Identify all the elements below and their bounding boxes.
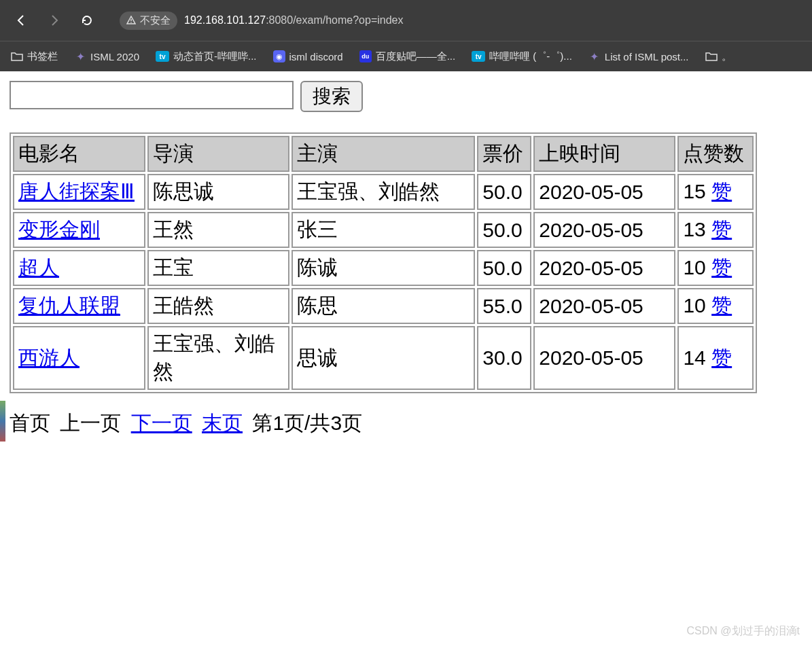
forward-button[interactable] [41, 10, 68, 31]
baidu-icon: du [359, 50, 372, 62]
movie-link[interactable]: 唐人街探案Ⅲ [18, 180, 135, 202]
bookmark-label: List of ISML post... [605, 51, 689, 62]
warning-icon [126, 16, 136, 25]
folder-icon [11, 50, 23, 62]
like-link[interactable]: 赞 [711, 294, 732, 317]
discord-icon: ◉ [273, 50, 285, 62]
pagination: 首页 上一页 下一页 末页 第1页/共3页 [10, 406, 802, 442]
cell-date: 2020-05-05 [533, 212, 675, 248]
bookmark-label: isml discord [289, 51, 343, 62]
cell-actor: 思诚 [292, 326, 476, 390]
bookmark-item[interactable]: du百度贴吧——全... [359, 50, 456, 63]
search-row: 搜索 [10, 81, 802, 112]
bookmark-label: 动态首页-哔哩哔... [173, 50, 257, 63]
cell-price: 55.0 [477, 288, 531, 324]
cell-director: 王皓然 [147, 288, 289, 324]
cell-name: 西游人 [13, 326, 145, 390]
th-date: 上映时间 [533, 136, 675, 172]
cell-director: 王宝 [147, 250, 289, 286]
cell-date: 2020-05-05 [533, 288, 675, 324]
movie-link[interactable]: 超人 [18, 256, 59, 278]
th-actor: 主演 [292, 136, 476, 172]
side-gutter [0, 401, 5, 442]
star-icon: ✦ [588, 50, 601, 62]
cell-name: 超人 [13, 250, 145, 286]
folder-icon [705, 50, 718, 62]
insecure-badge: 不安全 [120, 12, 177, 30]
cell-name: 唐人街探案Ⅲ [13, 174, 145, 210]
cell-actor: 陈思 [292, 288, 476, 324]
bookmark-label: 百度贴吧——全... [376, 50, 456, 63]
prev-page: 上一页 [60, 412, 121, 434]
bookmark-item[interactable]: tv动态首页-哔哩哔... [156, 50, 257, 63]
cell-price: 50.0 [477, 250, 531, 286]
cell-date: 2020-05-05 [533, 326, 675, 390]
bookmark-label: 哔哩哔哩 (゜-゜)... [489, 50, 572, 63]
th-likes: 点赞数 [677, 136, 754, 172]
page-content: 搜索 电影名 导演 主演 票价 上映时间 点赞数 唐人街探案Ⅲ陈思诚王宝强、刘皓… [0, 71, 812, 451]
cell-director: 王然 [147, 212, 289, 248]
th-price: 票价 [477, 136, 531, 172]
like-link[interactable]: 赞 [711, 346, 732, 369]
table-row: 超人王宝陈诚50.02020-05-0510 赞 [13, 250, 754, 286]
bookmark-label: ISML 2020 [90, 51, 139, 62]
bilibili-icon: tv [472, 51, 485, 62]
cell-likes: 10 赞 [677, 288, 754, 324]
cell-actor: 王宝强、刘皓然 [292, 174, 476, 210]
url-text: 192.168.101.127:8080/exam/home?op=index [184, 14, 404, 26]
table-row: 唐人街探案Ⅲ陈思诚王宝强、刘皓然50.02020-05-0515 赞 [13, 174, 754, 210]
first-page: 首页 [10, 412, 50, 434]
cell-price: 30.0 [477, 326, 531, 390]
cell-likes: 15 赞 [677, 174, 754, 210]
search-button[interactable]: 搜索 [300, 81, 363, 112]
bookmark-bar: 书签栏✦ISML 2020tv动态首页-哔哩哔...◉isml discordd… [0, 41, 812, 71]
cell-likes: 14 赞 [677, 326, 754, 390]
movie-link[interactable]: 西游人 [18, 346, 80, 369]
bookmark-item[interactable]: ◉isml discord [273, 50, 343, 62]
address-bar[interactable]: 不安全 192.168.101.127:8080/exam/home?op=in… [120, 12, 404, 30]
table-row: 西游人王宝强、刘皓然思诚30.02020-05-0514 赞 [13, 326, 754, 390]
bookmark-item[interactable]: 书签栏 [11, 50, 58, 63]
table-row: 复仇人联盟王皓然陈思55.02020-05-0510 赞 [13, 288, 754, 324]
svg-point-1 [130, 22, 132, 23]
page-status: 第1页/共3页 [252, 412, 362, 434]
bookmark-item[interactable]: tv哔哩哔哩 (゜-゜)... [472, 50, 572, 63]
bookmark-item[interactable]: ✦ISML 2020 [74, 50, 139, 62]
reload-button[interactable] [73, 10, 101, 31]
cell-name: 复仇人联盟 [13, 288, 145, 324]
cell-date: 2020-05-05 [533, 250, 675, 286]
cell-actor: 张三 [292, 212, 476, 248]
cell-actor: 陈诚 [292, 250, 476, 286]
like-link[interactable]: 赞 [711, 180, 732, 202]
cell-price: 50.0 [477, 212, 531, 248]
table-header-row: 电影名 导演 主演 票价 上映时间 点赞数 [13, 136, 754, 172]
last-page-link[interactable]: 末页 [202, 412, 243, 434]
bilibili-icon: tv [156, 51, 169, 62]
th-name: 电影名 [13, 136, 145, 172]
cell-likes: 13 赞 [677, 212, 754, 248]
cell-director: 陈思诚 [147, 174, 289, 210]
like-link[interactable]: 赞 [711, 218, 732, 240]
bookmark-item[interactable]: ✦List of ISML post... [588, 50, 689, 62]
cell-price: 50.0 [477, 174, 531, 210]
cell-director: 王宝强、刘皓然 [147, 326, 289, 390]
bookmark-item[interactable]: 。 [705, 50, 732, 63]
insecure-label: 不安全 [140, 14, 171, 27]
cell-name: 变形金刚 [13, 212, 145, 248]
th-director: 导演 [147, 136, 289, 172]
next-page-link[interactable]: 下一页 [131, 412, 192, 434]
movie-link[interactable]: 变形金刚 [18, 218, 100, 240]
table-row: 变形金刚王然张三50.02020-05-0513 赞 [13, 212, 754, 248]
bookmark-label: 。 [722, 50, 732, 63]
cell-likes: 10 赞 [677, 250, 754, 286]
search-input[interactable] [10, 81, 294, 109]
browser-toolbar: 不安全 192.168.101.127:8080/exam/home?op=in… [0, 0, 812, 41]
movie-table: 电影名 导演 主演 票价 上映时间 点赞数 唐人街探案Ⅲ陈思诚王宝强、刘皓然50… [10, 132, 757, 393]
back-button[interactable] [8, 10, 35, 31]
bookmark-label: 书签栏 [27, 50, 58, 63]
like-link[interactable]: 赞 [711, 256, 732, 278]
star-icon: ✦ [74, 50, 86, 62]
cell-date: 2020-05-05 [533, 174, 675, 210]
movie-link[interactable]: 复仇人联盟 [18, 294, 120, 317]
